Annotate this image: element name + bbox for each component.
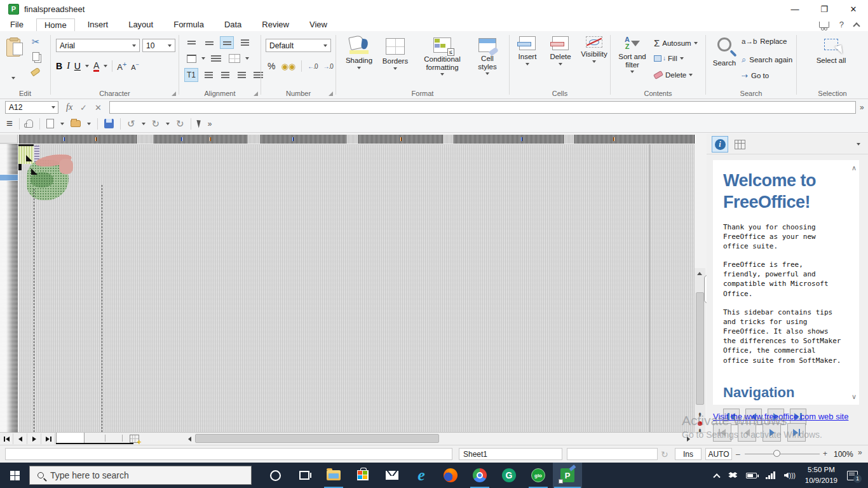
cell-grid[interactable] <box>19 144 695 432</box>
undo-icon[interactable]: ↺ <box>127 118 135 130</box>
mail-button[interactable] <box>377 463 407 488</box>
number-dialog-launcher[interactable] <box>329 92 333 96</box>
paste-button[interactable] <box>6 39 20 57</box>
alignment-dialog-launcher[interactable] <box>254 92 258 96</box>
cortana-button[interactable] <box>261 463 290 488</box>
panel-scroll-down-icon[interactable]: ∨ <box>851 393 857 401</box>
cancel-entry-button[interactable]: ✕ <box>95 103 102 112</box>
remove-decimal-button[interactable]: →.0 <box>323 63 332 70</box>
open-document-caret[interactable] <box>87 123 91 125</box>
battery-icon[interactable] <box>746 473 757 478</box>
align-center-button[interactable] <box>219 69 231 81</box>
zoom-slider-track[interactable] <box>745 454 820 454</box>
goto-button[interactable]: ⇢ Go to <box>742 71 769 80</box>
menu-insert[interactable]: Insert <box>80 18 116 30</box>
wrap-text-button[interactable] <box>208 52 224 65</box>
bold-button[interactable]: B <box>56 61 62 71</box>
formula-input[interactable] <box>109 101 856 114</box>
scroll-up-arrow[interactable] <box>696 269 704 278</box>
task-view-button[interactable] <box>290 463 319 488</box>
sync-icon[interactable]: ↻ <box>661 449 668 459</box>
sort-filter-button[interactable]: AZ Sort and filter <box>614 36 650 73</box>
last-sheet-button[interactable] <box>42 433 55 444</box>
insert-function-button[interactable]: fx <box>66 102 72 112</box>
taskbar-clock[interactable]: 5:50 PM 10/9/2019 <box>805 464 837 485</box>
menu-file[interactable]: File <box>3 18 31 30</box>
open-document-icon[interactable] <box>71 120 81 127</box>
formula-bar-more-button[interactable]: » <box>860 103 864 112</box>
horizontal-scroll-thumb[interactable] <box>195 434 439 443</box>
first-sheet-button[interactable] <box>0 433 13 444</box>
menu-formula[interactable]: Formula <box>166 18 212 30</box>
grammarly-button[interactable]: G <box>494 463 524 488</box>
vertical-text-button[interactable]: T1 <box>184 68 198 82</box>
font-color-caret[interactable] <box>104 65 107 67</box>
zoom-slider-knob[interactable] <box>773 450 780 457</box>
auto-mode-indicator[interactable]: AUTO <box>705 448 732 460</box>
borders-button[interactable]: Borders <box>378 36 412 70</box>
start-button[interactable] <box>0 463 29 488</box>
help-button[interactable]: ? <box>839 20 844 29</box>
repeat-icon[interactable]: ↻ <box>176 118 184 130</box>
menu-review[interactable]: Review <box>254 18 297 30</box>
border-box-button[interactable] <box>184 52 198 65</box>
italic-button[interactable]: I <box>67 61 70 71</box>
tray-show-hidden-icon[interactable] <box>714 473 719 478</box>
shrink-font-button[interactable]: A− <box>131 62 139 71</box>
horizontal-scrollbar[interactable] <box>194 433 683 445</box>
undo-caret[interactable] <box>142 123 146 125</box>
next-sheet-button[interactable] <box>28 433 41 444</box>
hscroll-left-arrow[interactable] <box>186 433 194 444</box>
delete-cells-button[interactable]: Delete <box>545 36 576 65</box>
search-again-button[interactable]: ⌕ Search again <box>742 55 792 65</box>
character-dialog-launcher[interactable] <box>172 92 176 96</box>
format-painter-button[interactable] <box>31 69 40 74</box>
align-left-button[interactable] <box>202 69 215 81</box>
sidebar-styles-tab[interactable] <box>732 137 747 152</box>
quickbar-more-button[interactable]: » <box>208 119 212 128</box>
new-document-caret[interactable] <box>60 123 64 125</box>
spreadsheet-canvas[interactable]: ⇞ ⇟ ⇱ <box>0 133 707 432</box>
delete-contents-button[interactable]: Delete <box>654 71 693 79</box>
insert-mode-indicator[interactable]: Ins <box>675 448 702 460</box>
internet-explorer-button[interactable]: e <box>407 463 436 488</box>
add-sheet-button[interactable] <box>127 433 141 444</box>
merge-cells-caret[interactable] <box>245 57 249 60</box>
file-explorer-button[interactable] <box>319 463 348 488</box>
menu-layout[interactable]: Layout <box>121 18 161 30</box>
align-bottom-button[interactable] <box>220 36 234 49</box>
action-center-button[interactable]: 1 <box>847 471 858 480</box>
cut-button[interactable]: ✂ <box>32 36 40 48</box>
status-sheet-field[interactable]: Sheet1 <box>459 448 562 460</box>
confirm-entry-button[interactable]: ✓ <box>80 103 87 112</box>
firefox-button[interactable] <box>436 463 465 488</box>
replace-button[interactable]: a→b Replace <box>742 37 787 45</box>
underline-caret[interactable] <box>85 65 89 67</box>
status-more-button[interactable]: » <box>858 448 862 457</box>
row-headers[interactable] <box>0 144 18 432</box>
font-size-select[interactable]: 10 <box>142 39 175 52</box>
planmaker-taskbar-button[interactable]: P <box>553 463 582 488</box>
menu-data[interactable]: Data <box>217 18 249 30</box>
add-decimal-button[interactable]: ←.0 <box>308 63 317 70</box>
autosum-button[interactable]: Σ Autosum <box>654 37 698 48</box>
shop-cart-icon[interactable] <box>819 22 829 28</box>
visibility-button[interactable]: Visibility <box>578 36 610 63</box>
menu-home[interactable]: Home <box>36 18 75 31</box>
dropbox-icon[interactable] <box>728 472 737 478</box>
align-top-button[interactable] <box>184 36 198 49</box>
percent-format-button[interactable]: % <box>268 61 275 71</box>
zoom-percentage[interactable]: 100% <box>834 450 853 459</box>
cell-reference-box[interactable]: A12 <box>5 101 58 114</box>
align-justify-v-button[interactable] <box>238 36 252 49</box>
menu-view[interactable]: View <box>302 18 335 30</box>
touch-mode-icon[interactable] <box>26 119 33 128</box>
number-format-select[interactable]: Default <box>266 39 331 52</box>
previous-sheet-button[interactable] <box>14 433 27 444</box>
merge-cells-button[interactable] <box>227 52 242 65</box>
currency-format-button[interactable]: ◉◉ <box>281 62 295 71</box>
select-all-corner[interactable] <box>0 135 18 144</box>
new-document-icon[interactable] <box>46 119 54 128</box>
network-icon[interactable] <box>766 471 775 479</box>
glo-button[interactable]: glo <box>524 463 553 488</box>
